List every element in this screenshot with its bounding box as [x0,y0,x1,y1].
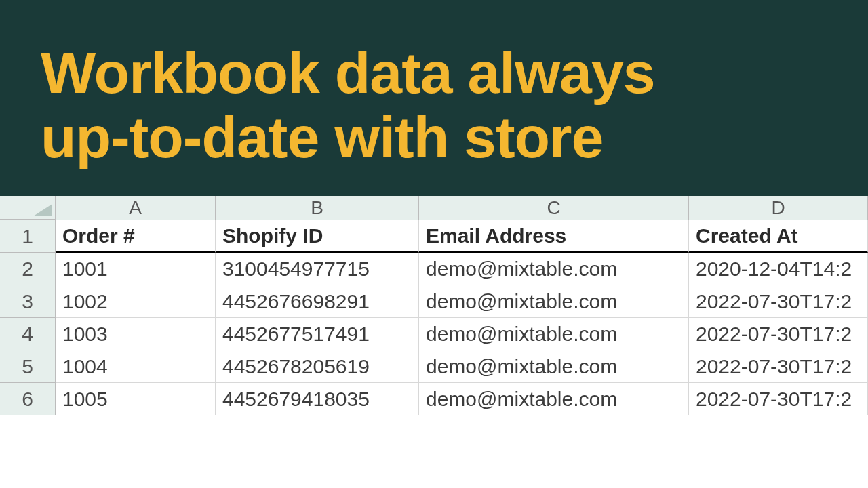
hero-title-line1: Workbook data always [41,40,655,105]
column-header-row: A B C D [0,196,868,220]
row-header-2[interactable]: 2 [0,253,56,285]
cell-B1[interactable]: Shopify ID [216,220,419,253]
select-all-corner[interactable] [0,196,56,220]
column-header-B[interactable]: B [216,196,419,220]
spreadsheet: A B C D 1 Order # Shopify ID Email Addre… [0,196,868,488]
table-row: 1 Order # Shopify ID Email Address Creat… [0,220,868,253]
hero-title: Workbook data always up-to-date with sto… [41,41,827,169]
cell-A5[interactable]: 1004 [56,350,216,383]
cell-B2[interactable]: 3100454977715 [216,253,419,285]
table-row: 3 1002 4452676698291 demo@mixtable.com 2… [0,285,868,318]
table-row: 6 1005 4452679418035 demo@mixtable.com 2… [0,383,868,415]
cell-D1[interactable]: Created At [689,220,868,253]
cell-D3[interactable]: 2022-07-30T17:2 [689,285,868,318]
table-row: 2 1001 3100454977715 demo@mixtable.com 2… [0,253,868,285]
hero-banner: Workbook data always up-to-date with sto… [0,0,868,196]
hero-title-line2: up-to-date with store [41,104,603,169]
cell-D5[interactable]: 2022-07-30T17:2 [689,350,868,383]
cell-A6[interactable]: 1005 [56,383,216,415]
column-header-A[interactable]: A [56,196,216,220]
cell-B5[interactable]: 4452678205619 [216,350,419,383]
row-header-3[interactable]: 3 [0,285,56,318]
cell-A1[interactable]: Order # [56,220,216,253]
cell-A2[interactable]: 1001 [56,253,216,285]
row-header-4[interactable]: 4 [0,318,56,350]
row-header-1[interactable]: 1 [0,220,56,253]
row-header-6[interactable]: 6 [0,383,56,415]
cell-D2[interactable]: 2020-12-04T14:2 [689,253,868,285]
cell-C2[interactable]: demo@mixtable.com [419,253,689,285]
column-header-C[interactable]: C [419,196,689,220]
cell-C3[interactable]: demo@mixtable.com [419,285,689,318]
cell-B6[interactable]: 4452679418035 [216,383,419,415]
sheet-body: 1 Order # Shopify ID Email Address Creat… [0,220,868,415]
cell-C6[interactable]: demo@mixtable.com [419,383,689,415]
table-row: 5 1004 4452678205619 demo@mixtable.com 2… [0,350,868,383]
cell-C1[interactable]: Email Address [419,220,689,253]
table-row: 4 1003 4452677517491 demo@mixtable.com 2… [0,318,868,350]
cell-A3[interactable]: 1002 [56,285,216,318]
cell-A4[interactable]: 1003 [56,318,216,350]
cell-C4[interactable]: demo@mixtable.com [419,318,689,350]
row-header-5[interactable]: 5 [0,350,56,383]
cell-D6[interactable]: 2022-07-30T17:2 [689,383,868,415]
cell-B4[interactable]: 4452677517491 [216,318,419,350]
column-header-D[interactable]: D [689,196,868,220]
cell-C5[interactable]: demo@mixtable.com [419,350,689,383]
cell-D4[interactable]: 2022-07-30T17:2 [689,318,868,350]
cell-B3[interactable]: 4452676698291 [216,285,419,318]
